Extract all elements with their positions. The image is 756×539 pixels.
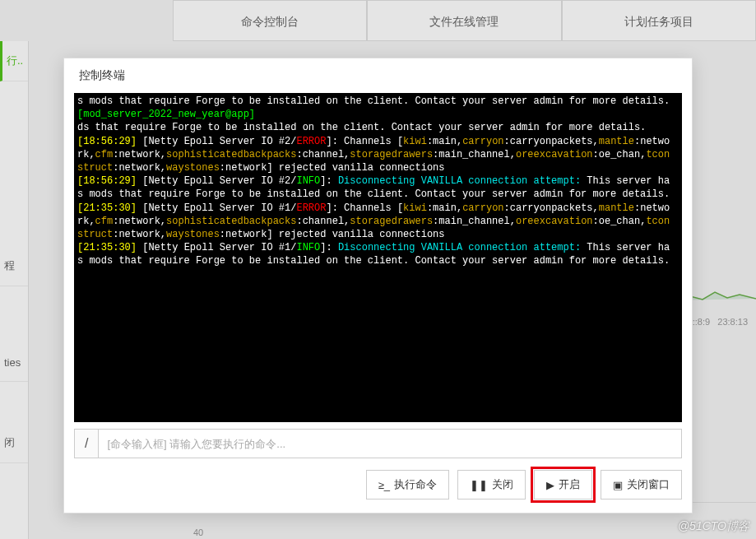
start-button[interactable]: ▶ 开启 — [534, 470, 592, 500]
stop-label: 关闭 — [492, 477, 513, 492]
start-label: 开启 — [559, 477, 580, 492]
command-prefix: / — [75, 430, 99, 458]
terminal-output: s mods that require Forge to be installe… — [74, 93, 682, 422]
execute-label: 执行命令 — [394, 477, 437, 492]
terminal-modal: 控制终端 s mods that require Forge to be ins… — [63, 58, 693, 513]
pause-icon: ❚❚ — [470, 479, 488, 491]
button-row: ≥_ 执行命令 ❚❚ 关闭 ▶ 开启 ▣ 关闭窗口 — [64, 458, 692, 513]
modal-title: 控制终端 — [64, 58, 692, 93]
command-input[interactable] — [99, 430, 681, 458]
terminal-icon: ≥_ — [378, 479, 390, 491]
play-icon: ▶ — [546, 479, 554, 491]
stop-button[interactable]: ❚❚ 关闭 — [457, 470, 526, 500]
execute-button[interactable]: ≥_ 执行命令 — [366, 470, 449, 500]
close-window-button[interactable]: ▣ 关闭窗口 — [601, 470, 682, 500]
close-window-label: 关闭窗口 — [627, 477, 670, 492]
close-icon: ▣ — [613, 479, 623, 491]
command-row: / — [74, 429, 682, 458]
modal-overlay: 控制终端 s mods that require Forge to be ins… — [0, 0, 756, 539]
watermark: @51CTO博客 — [678, 519, 749, 534]
